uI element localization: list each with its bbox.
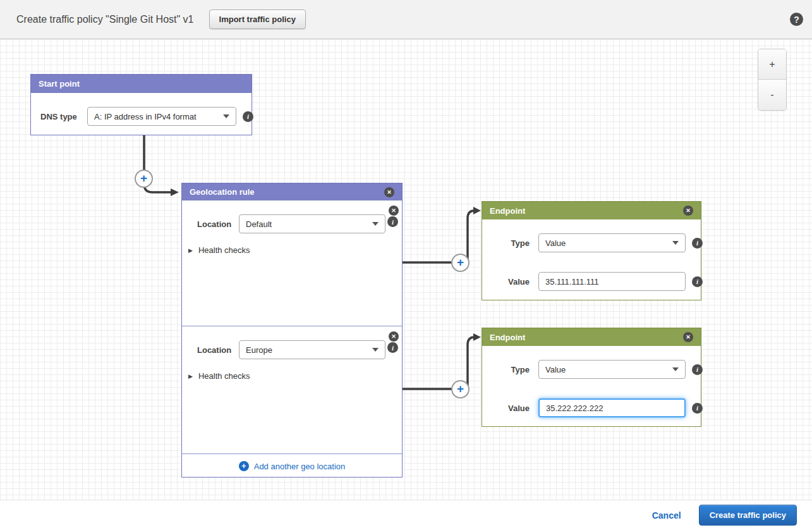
endpoint-value-input[interactable] bbox=[538, 272, 686, 291]
close-icon[interactable]: ✕ bbox=[384, 187, 394, 197]
page-title: Create traffic policy "Single Git Host" … bbox=[16, 14, 194, 25]
expand-arrow-icon: ▶ bbox=[188, 373, 193, 379]
endpoint-type-row: Type Value i bbox=[482, 360, 703, 379]
cancel-button[interactable]: Cancel bbox=[652, 510, 681, 521]
type-selected-value: Value bbox=[545, 238, 566, 248]
endpoint-type-select[interactable]: Value bbox=[538, 233, 686, 252]
policy-canvas: + - Start point DNS type A: IP address i… bbox=[0, 39, 812, 500]
endpoint-type-select[interactable]: Value bbox=[538, 360, 686, 379]
type-label: Type bbox=[482, 365, 530, 374]
close-icon[interactable]: ✕ bbox=[683, 332, 693, 342]
endpoint-value-row: Value i bbox=[482, 272, 703, 291]
close-icon[interactable]: ✕ bbox=[389, 331, 399, 342]
geolocation-rule-node: Geolocation rule ✕ ✕ i Location Default … bbox=[181, 183, 403, 478]
geolocation-rule-header: Geolocation rule ✕ bbox=[182, 183, 402, 200]
value-label: Value bbox=[482, 277, 530, 287]
health-checks-toggle[interactable]: ▶ Health checks bbox=[188, 245, 250, 255]
info-icon[interactable]: i bbox=[243, 111, 253, 122]
chevron-down-icon bbox=[672, 367, 679, 371]
value-label: Value bbox=[482, 404, 530, 413]
info-icon[interactable]: i bbox=[692, 403, 703, 414]
info-icon[interactable]: i bbox=[387, 342, 398, 353]
endpoint-value-row: Value i bbox=[482, 398, 703, 417]
endpoint-type-row: Type Value i bbox=[482, 233, 703, 252]
dns-type-selected-value: A: IP address in IPv4 format bbox=[94, 112, 197, 121]
start-point-node: Start point DNS type A: IP address in IP… bbox=[30, 74, 252, 135]
chevron-down-icon bbox=[223, 114, 229, 118]
start-point-title: Start point bbox=[39, 79, 80, 89]
dns-type-row: DNS type A: IP address in IPv4 format i bbox=[40, 107, 253, 126]
location-select[interactable]: Europe bbox=[239, 340, 385, 359]
canvas-zoom-control: + - bbox=[758, 49, 787, 111]
plus-icon: + bbox=[239, 461, 249, 471]
import-traffic-policy-button[interactable]: Import traffic policy bbox=[209, 9, 306, 29]
endpoint-header: Endpoint ✕ bbox=[482, 202, 701, 219]
endpoint-value-input[interactable] bbox=[538, 398, 686, 417]
type-selected-value: Value bbox=[545, 365, 566, 374]
add-connection-button[interactable]: + bbox=[451, 254, 470, 272]
close-icon[interactable]: ✕ bbox=[389, 206, 399, 216]
add-geo-location-link[interactable]: + Add another geo location bbox=[239, 461, 346, 471]
endpoint-node-1: Endpoint ✕ Type Value i Value i bbox=[482, 201, 701, 300]
info-icon[interactable]: i bbox=[692, 276, 703, 287]
top-bar: Create traffic policy "Single Git Host" … bbox=[0, 0, 812, 39]
add-geo-location-label: Add another geo location bbox=[254, 462, 346, 471]
create-traffic-policy-button[interactable]: Create traffic policy bbox=[699, 505, 797, 526]
type-label: Type bbox=[482, 238, 530, 248]
geo-location-section-europe: ✕ i Location Europe ▶ Health checks bbox=[182, 326, 402, 454]
location-label: Location bbox=[197, 345, 229, 355]
location-label: Location bbox=[197, 219, 229, 229]
close-icon[interactable]: ✕ bbox=[683, 206, 693, 216]
bottom-action-bar: Cancel Create traffic policy bbox=[0, 500, 812, 530]
endpoint-title: Endpoint bbox=[490, 206, 525, 216]
location-select[interactable]: Default bbox=[239, 214, 385, 233]
add-connection-button[interactable]: + bbox=[451, 380, 470, 398]
endpoint-node-2: Endpoint ✕ Type Value i Value i bbox=[482, 328, 701, 427]
endpoint-title: Endpoint bbox=[490, 333, 525, 342]
dns-type-label: DNS type bbox=[40, 112, 80, 121]
dns-type-select[interactable]: A: IP address in IPv4 format bbox=[87, 107, 236, 126]
geo-location-section-default: ✕ i Location Default ▶ Health checks bbox=[182, 200, 402, 326]
add-rule-connector-button[interactable]: + bbox=[135, 169, 153, 188]
geolocation-rule-title: Geolocation rule bbox=[190, 187, 255, 197]
zoom-in-button[interactable]: + bbox=[758, 49, 786, 80]
geo-rule-footer: + Add another geo location bbox=[182, 454, 402, 478]
chevron-down-icon bbox=[672, 241, 679, 245]
location-selected-value: Europe bbox=[246, 345, 272, 355]
location-row: Location Europe bbox=[197, 340, 385, 359]
endpoint-header: Endpoint ✕ bbox=[482, 328, 701, 346]
expand-arrow-icon: ▶ bbox=[188, 247, 193, 254]
start-point-header: Start point bbox=[31, 75, 251, 93]
info-icon[interactable]: i bbox=[692, 364, 703, 375]
info-icon[interactable]: i bbox=[387, 216, 398, 227]
zoom-out-button[interactable]: - bbox=[758, 80, 786, 110]
health-checks-label: Health checks bbox=[198, 371, 250, 381]
info-icon[interactable]: i bbox=[692, 238, 703, 249]
chevron-down-icon bbox=[372, 348, 379, 352]
location-row: Location Default bbox=[197, 214, 385, 233]
chevron-down-icon bbox=[372, 222, 379, 226]
help-icon[interactable]: ? bbox=[790, 13, 803, 26]
location-selected-value: Default bbox=[246, 219, 272, 229]
health-checks-label: Health checks bbox=[198, 245, 250, 255]
health-checks-toggle[interactable]: ▶ Health checks bbox=[188, 371, 250, 381]
